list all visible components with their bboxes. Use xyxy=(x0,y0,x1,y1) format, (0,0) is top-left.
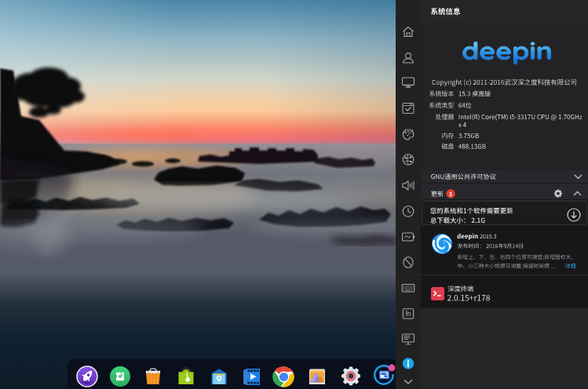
svg-text:fn: fn xyxy=(405,310,411,318)
